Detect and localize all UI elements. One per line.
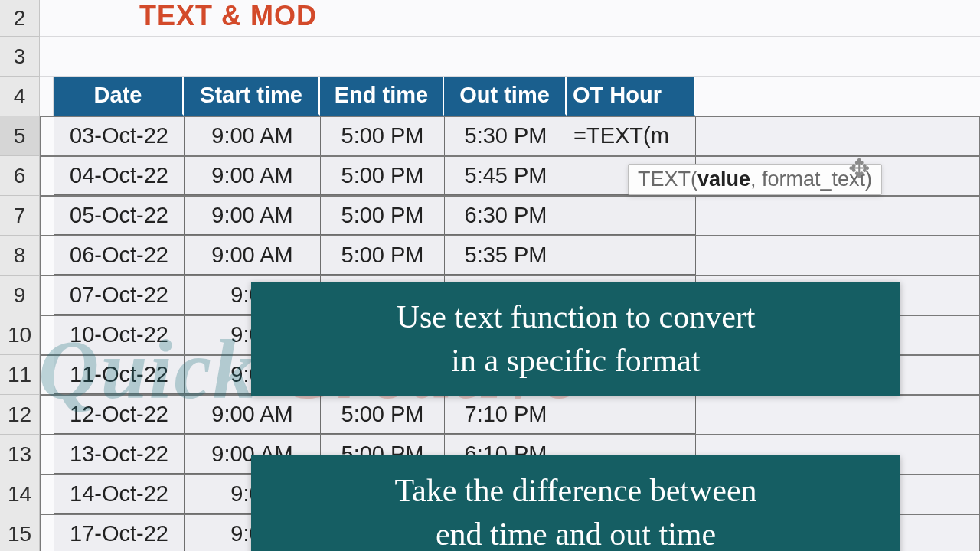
blank-row — [40, 37, 980, 77]
gap-cell — [41, 396, 54, 434]
gap-cell — [41, 117, 54, 155]
cell-date[interactable]: 06-Oct-22 — [54, 236, 185, 275]
col-header-ot[interactable]: OT Hour — [567, 77, 695, 116]
table-header-row: Date Start time End time Out time OT Hou… — [40, 77, 980, 116]
row-header[interactable]: 6 — [0, 156, 40, 196]
gap-cell — [41, 515, 54, 551]
page-title: TEXT & MOD — [40, 0, 317, 36]
cell-end[interactable]: 5:00 PM — [321, 117, 445, 155]
cell-date[interactable]: 14-Oct-22 — [54, 475, 185, 514]
row-header[interactable]: 5 — [0, 116, 40, 156]
gap-cell — [41, 276, 54, 315]
cell-ot-formula[interactable]: =TEXT(m — [567, 117, 696, 155]
row-header[interactable]: 3 — [0, 37, 40, 77]
cell-date[interactable]: 07-Oct-22 — [54, 276, 185, 315]
gap-cell — [40, 77, 54, 116]
row-header[interactable]: 7 — [0, 196, 40, 236]
gap-cell — [41, 435, 54, 474]
table-row: 03-Oct-22 9:00 AM 5:00 PM 5:30 PM =TEXT(… — [40, 116, 980, 156]
cell-start[interactable]: 9:00 AM — [185, 157, 321, 195]
row-header[interactable]: 4 — [0, 77, 40, 116]
col-header-end[interactable]: End time — [320, 77, 444, 116]
banner-line: Take the difference between — [274, 469, 877, 513]
empty-cell[interactable] — [696, 396, 979, 434]
banner-line: in a specific format — [274, 339, 877, 383]
cell-date[interactable]: 10-Oct-22 — [54, 316, 185, 354]
cell-date[interactable]: 13-Oct-22 — [54, 435, 185, 474]
cell-ot[interactable] — [567, 197, 696, 235]
gap-cell — [41, 197, 54, 235]
cell-out[interactable]: 5:30 PM — [445, 117, 567, 155]
cell-date[interactable]: 17-Oct-22 — [54, 515, 185, 551]
banner-line: Use text function to convert — [274, 295, 877, 339]
banner-line: end time and out time — [274, 513, 877, 551]
instruction-banner-1: Use text function to convert in a specif… — [251, 282, 900, 396]
gap-cell — [41, 316, 54, 354]
gap-cell — [41, 157, 54, 195]
title-row: TEXT & MOD — [40, 0, 980, 37]
row-header[interactable]: 9 — [0, 276, 40, 315]
row-header[interactable]: 15 — [0, 514, 40, 551]
empty-cell[interactable] — [696, 197, 979, 235]
gap-cell — [41, 236, 54, 275]
cell-end[interactable]: 5:00 PM — [321, 236, 445, 275]
row-header[interactable]: 2 — [0, 0, 40, 37]
cell-ot[interactable] — [567, 396, 696, 434]
row-header[interactable]: 10 — [0, 315, 40, 355]
cell-date[interactable]: 04-Oct-22 — [54, 157, 185, 195]
empty-cell[interactable] — [695, 77, 980, 116]
cell-date[interactable]: 11-Oct-22 — [54, 356, 185, 394]
cell-start[interactable]: 9:00 AM — [185, 117, 321, 155]
row-header[interactable]: 13 — [0, 435, 40, 474]
cell-date[interactable]: 12-Oct-22 — [54, 396, 185, 434]
cell-date[interactable]: 05-Oct-22 — [54, 197, 185, 235]
row-header[interactable]: 11 — [0, 355, 40, 395]
col-header-out[interactable]: Out time — [444, 77, 567, 116]
empty-cell[interactable] — [696, 117, 979, 155]
cell-start[interactable]: 9:00 AM — [185, 396, 321, 434]
cell-date[interactable]: 03-Oct-22 — [54, 117, 185, 155]
cell-out[interactable]: 5:45 PM — [445, 157, 567, 195]
formula-tooltip: TEXT(value, format_text) — [628, 164, 882, 195]
row-header[interactable]: 8 — [0, 236, 40, 276]
tooltip-arg: value — [697, 168, 750, 191]
cell-start[interactable]: 9:00 AM — [185, 197, 321, 235]
instruction-banner-2: Take the difference between end time and… — [251, 455, 900, 551]
cell-end[interactable]: 5:00 PM — [321, 197, 445, 235]
col-header-date[interactable]: Date — [54, 77, 184, 116]
table-row: 12-Oct-22 9:00 AM 5:00 PM 7:10 PM — [40, 395, 980, 435]
row-header[interactable]: 12 — [0, 395, 40, 435]
table-row: 05-Oct-22 9:00 AM 5:00 PM 6:30 PM — [40, 196, 980, 236]
gap-cell — [41, 475, 54, 514]
spreadsheet-view: 2 3 4 5 6 7 8 9 10 11 12 13 14 15 TEXT &… — [0, 0, 980, 551]
tooltip-fn: TEXT( — [638, 168, 697, 191]
cell-end[interactable]: 5:00 PM — [321, 396, 445, 434]
empty-cell[interactable] — [696, 236, 979, 275]
cell-start[interactable]: 9:00 AM — [185, 236, 321, 275]
cell-out[interactable]: 7:10 PM — [445, 396, 567, 434]
cell-out[interactable]: 5:35 PM — [445, 236, 567, 275]
cell-out[interactable]: 6:30 PM — [445, 197, 567, 235]
gap-cell — [41, 356, 54, 394]
cell-end[interactable]: 5:00 PM — [321, 157, 445, 195]
row-header-gutter: 2 3 4 5 6 7 8 9 10 11 12 13 14 15 — [0, 0, 40, 551]
row-header[interactable]: 14 — [0, 474, 40, 514]
col-header-start[interactable]: Start time — [184, 77, 320, 116]
move-cursor-icon: ✥ — [848, 153, 870, 184]
table-row: 06-Oct-22 9:00 AM 5:00 PM 5:35 PM — [40, 236, 980, 276]
cell-ot[interactable] — [567, 236, 696, 275]
